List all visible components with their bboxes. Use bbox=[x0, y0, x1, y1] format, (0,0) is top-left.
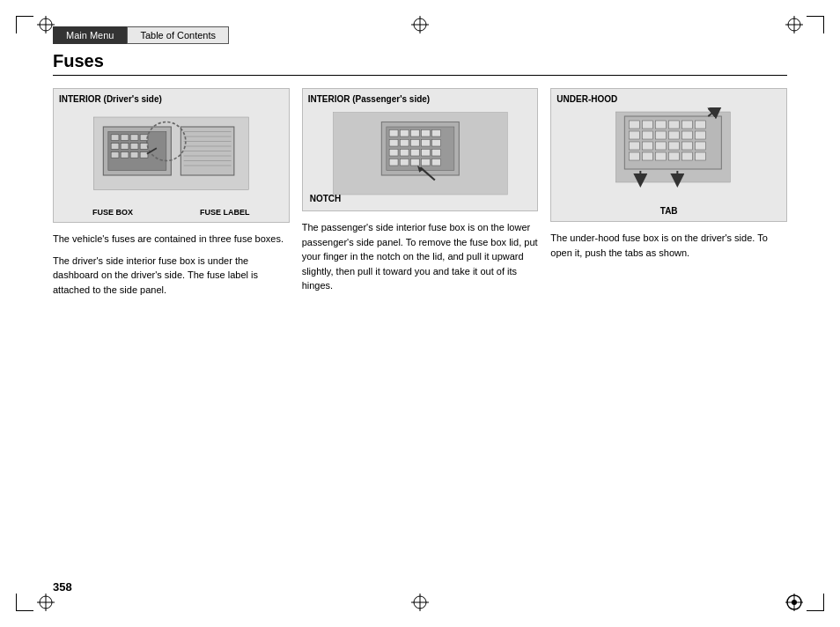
notch-label: NOTCH bbox=[310, 194, 342, 203]
svg-rect-54 bbox=[400, 139, 409, 146]
svg-rect-24 bbox=[130, 135, 138, 141]
col-drivers-side: INTERIOR (Driver's side) bbox=[53, 88, 302, 304]
svg-rect-76 bbox=[696, 121, 706, 129]
svg-rect-52 bbox=[431, 129, 440, 136]
svg-rect-90 bbox=[643, 152, 653, 160]
page: Main Menu Table of Contents Fuses INTERI… bbox=[0, 0, 840, 627]
svg-rect-33 bbox=[140, 152, 148, 159]
svg-rect-58 bbox=[389, 149, 398, 156]
svg-rect-79 bbox=[656, 131, 667, 139]
svg-rect-53 bbox=[389, 139, 398, 146]
svg-rect-32 bbox=[130, 152, 138, 159]
svg-rect-73 bbox=[656, 121, 667, 129]
page-title: Fuses bbox=[53, 51, 787, 71]
svg-rect-88 bbox=[696, 142, 706, 150]
diagram-image-under-hood bbox=[556, 107, 781, 204]
svg-rect-27 bbox=[121, 144, 129, 150]
reg-mark-br bbox=[785, 594, 803, 611]
col-text-under-hood: The under-hood fuse box is on the driver… bbox=[550, 231, 787, 260]
diagram-image-passengers bbox=[308, 107, 533, 204]
svg-rect-81 bbox=[682, 131, 693, 139]
passengers-para-1: The passenger's side interior fuse box i… bbox=[302, 220, 539, 293]
diagram-labels-drivers: FUSE BOX FUSE LABEL bbox=[59, 208, 284, 217]
svg-rect-56 bbox=[421, 139, 430, 146]
svg-rect-63 bbox=[389, 159, 398, 166]
table-of-contents-button[interactable]: Table of Contents bbox=[127, 26, 229, 44]
title-rule bbox=[53, 75, 787, 76]
reg-mark-tr bbox=[785, 16, 803, 33]
diagram-under-hood: UNDER-HOOD bbox=[550, 88, 787, 222]
svg-rect-65 bbox=[410, 159, 419, 166]
svg-rect-59 bbox=[400, 149, 409, 156]
tab-label: TAB bbox=[556, 206, 781, 216]
svg-rect-51 bbox=[421, 129, 430, 136]
svg-rect-61 bbox=[421, 149, 430, 156]
svg-rect-82 bbox=[696, 131, 706, 139]
svg-rect-80 bbox=[669, 131, 680, 139]
svg-rect-29 bbox=[140, 144, 148, 150]
fuse-label-label: FUSE LABEL bbox=[200, 208, 250, 217]
svg-rect-75 bbox=[682, 121, 693, 129]
svg-rect-22 bbox=[111, 135, 119, 141]
under-hood-para-1: The under-hood fuse box is on the driver… bbox=[550, 231, 787, 260]
svg-rect-91 bbox=[656, 152, 667, 160]
svg-rect-48 bbox=[389, 129, 398, 136]
svg-rect-28 bbox=[130, 144, 138, 150]
drivers-para-1: The vehicle's fuses are contained in thr… bbox=[53, 232, 290, 247]
col-passengers-side: INTERIOR (Passenger's side) bbox=[302, 88, 551, 304]
svg-rect-64 bbox=[400, 159, 409, 166]
svg-rect-60 bbox=[410, 149, 419, 156]
svg-rect-23 bbox=[121, 135, 129, 141]
svg-rect-89 bbox=[630, 152, 640, 160]
col-text-drivers: The vehicle's fuses are contained in thr… bbox=[53, 232, 290, 297]
svg-rect-67 bbox=[431, 159, 440, 166]
diagram-passengers-side: INTERIOR (Passenger's side) bbox=[302, 88, 539, 211]
diagram-image-drivers bbox=[59, 107, 284, 204]
svg-rect-55 bbox=[410, 139, 419, 146]
svg-rect-31 bbox=[121, 152, 129, 159]
diagram-title-under-hood: UNDER-HOOD bbox=[556, 94, 781, 104]
svg-rect-50 bbox=[410, 129, 419, 136]
diagram-drivers-side: INTERIOR (Driver's side) bbox=[53, 88, 290, 223]
reg-mark-tl bbox=[37, 16, 55, 33]
page-number: 358 bbox=[53, 580, 72, 594]
main-menu-button[interactable]: Main Menu bbox=[53, 26, 127, 44]
svg-rect-84 bbox=[643, 142, 653, 150]
svg-rect-92 bbox=[669, 152, 680, 160]
reg-mark-bl bbox=[37, 594, 55, 611]
svg-rect-86 bbox=[669, 142, 680, 150]
diagram-title-passengers: INTERIOR (Passenger's side) bbox=[308, 94, 533, 104]
fuse-box-label: FUSE BOX bbox=[92, 208, 133, 217]
reg-mark-bc bbox=[411, 594, 429, 611]
svg-rect-72 bbox=[643, 121, 653, 129]
svg-rect-83 bbox=[630, 142, 640, 150]
svg-rect-77 bbox=[630, 131, 640, 139]
svg-rect-62 bbox=[431, 149, 440, 156]
svg-rect-26 bbox=[111, 144, 119, 150]
corner-mark-tr bbox=[807, 16, 824, 33]
svg-rect-66 bbox=[421, 159, 430, 166]
svg-rect-49 bbox=[400, 129, 409, 136]
svg-rect-87 bbox=[682, 142, 693, 150]
svg-rect-78 bbox=[643, 131, 653, 139]
svg-rect-30 bbox=[111, 152, 119, 159]
corner-mark-tl bbox=[16, 16, 33, 33]
svg-rect-71 bbox=[630, 121, 640, 129]
corner-mark-bl bbox=[16, 594, 33, 611]
drivers-para-2: The driver's side interior fuse box is u… bbox=[53, 254, 290, 298]
col-under-hood: UNDER-HOOD bbox=[550, 88, 787, 304]
svg-rect-94 bbox=[696, 152, 706, 160]
content-columns: INTERIOR (Driver's side) bbox=[53, 88, 787, 304]
corner-mark-br bbox=[807, 594, 824, 611]
diagram-title-drivers: INTERIOR (Driver's side) bbox=[59, 94, 284, 104]
col-text-passengers: The passenger's side interior fuse box i… bbox=[302, 220, 539, 293]
svg-rect-85 bbox=[656, 142, 667, 150]
svg-rect-93 bbox=[682, 152, 693, 160]
svg-rect-74 bbox=[669, 121, 680, 129]
reg-mark-tc bbox=[411, 16, 429, 33]
svg-rect-57 bbox=[431, 139, 440, 146]
